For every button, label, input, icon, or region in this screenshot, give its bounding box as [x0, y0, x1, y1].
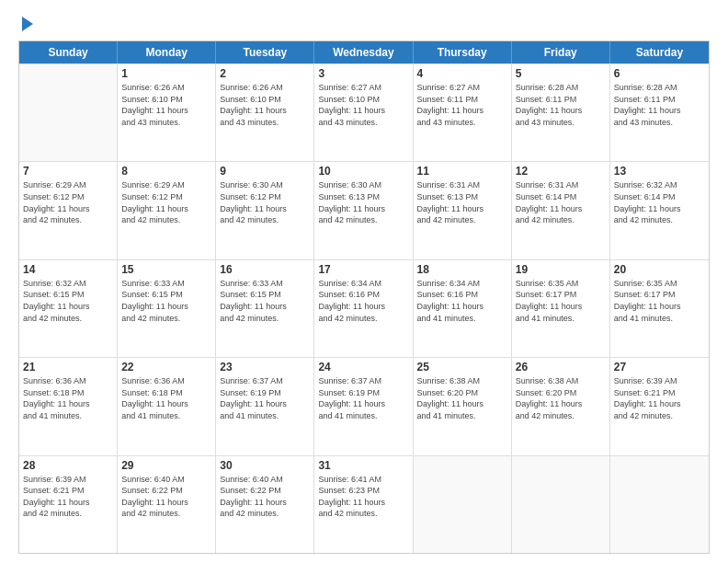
day-number: 27 — [614, 361, 705, 373]
calendar-cell: 1Sunrise: 6:26 AM Sunset: 6:10 PM Daylig… — [118, 64, 216, 161]
calendar-cell: 5Sunrise: 6:28 AM Sunset: 6:11 PM Daylig… — [512, 64, 610, 161]
day-info: Sunrise: 6:31 AM Sunset: 6:13 PM Dayligh… — [417, 179, 507, 225]
day-info: Sunrise: 6:35 AM Sunset: 6:17 PM Dayligh… — [516, 278, 606, 324]
logo-top — [18, 17, 33, 31]
day-info: Sunrise: 6:32 AM Sunset: 6:15 PM Dayligh… — [23, 278, 113, 324]
calendar-row: 21Sunrise: 6:36 AM Sunset: 6:18 PM Dayli… — [19, 357, 709, 454]
calendar-cell: 19Sunrise: 6:35 AM Sunset: 6:17 PM Dayli… — [512, 260, 610, 357]
day-number: 19 — [516, 263, 606, 276]
day-info: Sunrise: 6:37 AM Sunset: 6:19 PM Dayligh… — [318, 375, 408, 421]
calendar-cell: 15Sunrise: 6:33 AM Sunset: 6:15 PM Dayli… — [118, 260, 216, 357]
calendar-cell: 21Sunrise: 6:36 AM Sunset: 6:18 PM Dayli… — [19, 358, 118, 454]
day-info: Sunrise: 6:34 AM Sunset: 6:16 PM Dayligh… — [318, 278, 408, 324]
calendar-header-cell: Wednesday — [314, 41, 413, 63]
day-number: 11 — [417, 165, 507, 178]
logo — [18, 17, 33, 31]
calendar-row: 14Sunrise: 6:32 AM Sunset: 6:15 PM Dayli… — [19, 259, 709, 357]
calendar-cell: 20Sunrise: 6:35 AM Sunset: 6:17 PM Dayli… — [610, 260, 709, 357]
page: SundayMondayTuesdayWednesdayThursdayFrid… — [0, 0, 728, 563]
calendar-cell: 11Sunrise: 6:31 AM Sunset: 6:13 PM Dayli… — [414, 162, 512, 259]
calendar-cell: 24Sunrise: 6:37 AM Sunset: 6:19 PM Dayli… — [314, 358, 413, 454]
calendar-cell: 30Sunrise: 6:40 AM Sunset: 6:22 PM Dayli… — [216, 456, 314, 553]
day-info: Sunrise: 6:28 AM Sunset: 6:11 PM Dayligh… — [516, 82, 606, 128]
day-info: Sunrise: 6:32 AM Sunset: 6:14 PM Dayligh… — [614, 179, 705, 225]
calendar-cell: 8Sunrise: 6:29 AM Sunset: 6:12 PM Daylig… — [118, 162, 216, 259]
calendar-cell: 4Sunrise: 6:27 AM Sunset: 6:11 PM Daylig… — [414, 64, 512, 161]
day-info: Sunrise: 6:38 AM Sunset: 6:20 PM Dayligh… — [516, 375, 606, 421]
calendar-header-cell: Sunday — [19, 41, 118, 63]
day-number: 3 — [318, 67, 408, 80]
day-info: Sunrise: 6:40 AM Sunset: 6:22 PM Dayligh… — [220, 474, 310, 520]
day-number: 12 — [516, 165, 606, 178]
day-number: 8 — [121, 165, 211, 178]
calendar-cell: 2Sunrise: 6:26 AM Sunset: 6:10 PM Daylig… — [216, 64, 314, 161]
calendar: SundayMondayTuesdayWednesdayThursdayFrid… — [18, 40, 710, 554]
calendar-cell: 29Sunrise: 6:40 AM Sunset: 6:22 PM Dayli… — [118, 456, 216, 553]
day-info: Sunrise: 6:41 AM Sunset: 6:23 PM Dayligh… — [318, 474, 408, 520]
calendar-row: 28Sunrise: 6:39 AM Sunset: 6:21 PM Dayli… — [19, 455, 709, 553]
calendar-cell: 27Sunrise: 6:39 AM Sunset: 6:21 PM Dayli… — [610, 358, 709, 454]
calendar-cell: 23Sunrise: 6:37 AM Sunset: 6:19 PM Dayli… — [216, 358, 314, 454]
day-number: 30 — [220, 459, 310, 472]
day-number: 26 — [516, 361, 606, 373]
day-info: Sunrise: 6:33 AM Sunset: 6:15 PM Dayligh… — [121, 278, 211, 324]
day-number: 23 — [220, 361, 310, 373]
day-number: 16 — [220, 263, 310, 276]
day-info: Sunrise: 6:26 AM Sunset: 6:10 PM Dayligh… — [121, 82, 211, 128]
day-number: 5 — [516, 67, 606, 80]
calendar-cell: 14Sunrise: 6:32 AM Sunset: 6:15 PM Dayli… — [19, 260, 118, 357]
calendar-cell: 18Sunrise: 6:34 AM Sunset: 6:16 PM Dayli… — [414, 260, 512, 357]
day-info: Sunrise: 6:36 AM Sunset: 6:18 PM Dayligh… — [23, 375, 113, 421]
day-number: 29 — [121, 459, 211, 472]
day-info: Sunrise: 6:26 AM Sunset: 6:10 PM Dayligh… — [220, 82, 310, 128]
calendar-header-cell: Tuesday — [216, 41, 314, 63]
calendar-row: 1Sunrise: 6:26 AM Sunset: 6:10 PM Daylig… — [19, 63, 709, 161]
day-number: 2 — [220, 67, 310, 80]
day-info: Sunrise: 6:36 AM Sunset: 6:18 PM Dayligh… — [121, 375, 211, 421]
day-info: Sunrise: 6:38 AM Sunset: 6:20 PM Dayligh… — [417, 375, 507, 421]
day-info: Sunrise: 6:30 AM Sunset: 6:13 PM Dayligh… — [318, 179, 408, 225]
day-info: Sunrise: 6:39 AM Sunset: 6:21 PM Dayligh… — [23, 474, 113, 520]
calendar-cell: 17Sunrise: 6:34 AM Sunset: 6:16 PM Dayli… — [314, 260, 413, 357]
calendar-header-cell: Monday — [118, 41, 216, 63]
day-info: Sunrise: 6:27 AM Sunset: 6:10 PM Dayligh… — [318, 82, 408, 128]
day-number: 4 — [417, 67, 507, 80]
day-number: 7 — [23, 165, 113, 178]
day-info: Sunrise: 6:29 AM Sunset: 6:12 PM Dayligh… — [121, 179, 211, 225]
day-number: 25 — [417, 361, 507, 373]
calendar-cell: 26Sunrise: 6:38 AM Sunset: 6:20 PM Dayli… — [512, 358, 610, 454]
day-number: 24 — [318, 361, 408, 373]
calendar-cell: 13Sunrise: 6:32 AM Sunset: 6:14 PM Dayli… — [610, 162, 709, 259]
day-number: 28 — [23, 459, 113, 472]
calendar-cell: 12Sunrise: 6:31 AM Sunset: 6:14 PM Dayli… — [512, 162, 610, 259]
day-number: 9 — [220, 165, 310, 178]
day-info: Sunrise: 6:33 AM Sunset: 6:15 PM Dayligh… — [220, 278, 310, 324]
calendar-cell: 10Sunrise: 6:30 AM Sunset: 6:13 PM Dayli… — [314, 162, 413, 259]
day-info: Sunrise: 6:27 AM Sunset: 6:11 PM Dayligh… — [417, 82, 507, 128]
day-info: Sunrise: 6:31 AM Sunset: 6:14 PM Dayligh… — [516, 179, 606, 225]
day-number: 17 — [318, 263, 408, 276]
calendar-cell — [610, 456, 709, 553]
day-number: 20 — [614, 263, 705, 276]
calendar-cell: 31Sunrise: 6:41 AM Sunset: 6:23 PM Dayli… — [314, 456, 413, 553]
calendar-cell — [19, 64, 118, 161]
day-info: Sunrise: 6:30 AM Sunset: 6:12 PM Dayligh… — [220, 179, 310, 225]
calendar-cell: 3Sunrise: 6:27 AM Sunset: 6:10 PM Daylig… — [314, 64, 413, 161]
day-number: 1 — [121, 67, 211, 80]
day-number: 14 — [23, 263, 113, 276]
calendar-cell — [414, 456, 512, 553]
day-number: 13 — [614, 165, 705, 178]
calendar-header-cell: Friday — [512, 41, 610, 63]
calendar-cell: 25Sunrise: 6:38 AM Sunset: 6:20 PM Dayli… — [414, 358, 512, 454]
day-info: Sunrise: 6:28 AM Sunset: 6:11 PM Dayligh… — [614, 82, 705, 128]
calendar-cell: 6Sunrise: 6:28 AM Sunset: 6:11 PM Daylig… — [610, 64, 709, 161]
calendar-row: 7Sunrise: 6:29 AM Sunset: 6:12 PM Daylig… — [19, 161, 709, 259]
calendar-cell — [512, 456, 610, 553]
calendar-cell: 7Sunrise: 6:29 AM Sunset: 6:12 PM Daylig… — [19, 162, 118, 259]
day-number: 6 — [614, 67, 705, 80]
day-info: Sunrise: 6:29 AM Sunset: 6:12 PM Dayligh… — [23, 179, 113, 225]
calendar-header-row: SundayMondayTuesdayWednesdayThursdayFrid… — [19, 41, 709, 63]
day-number: 31 — [318, 459, 408, 472]
day-number: 22 — [121, 361, 211, 373]
calendar-cell: 28Sunrise: 6:39 AM Sunset: 6:21 PM Dayli… — [19, 456, 118, 553]
